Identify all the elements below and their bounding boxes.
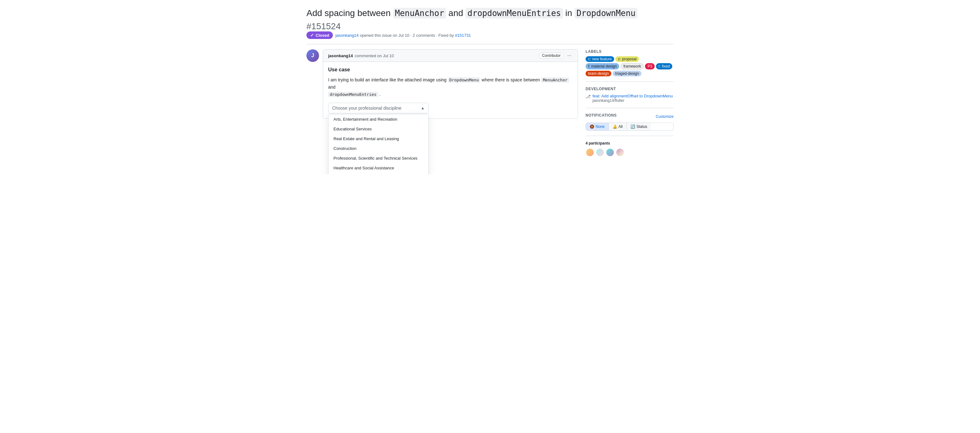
sidebar-labels-section: Labels c: new feature c: proposal f: mat… bbox=[585, 49, 673, 82]
clock-icon: 🔄 bbox=[630, 124, 635, 129]
comment-text: I am trying to build an interface like t… bbox=[328, 76, 573, 98]
sidebar-notifications-section: Notifications Customize 🔕 None 🔔 All 🔄 S… bbox=[585, 113, 673, 136]
comment-card: jasonkang14 commented on Jul 10 Contribu… bbox=[323, 49, 578, 119]
status-badge: ✓ Closed bbox=[307, 32, 333, 39]
development-heading: Development bbox=[585, 87, 673, 91]
fix-link[interactable]: #151731 bbox=[455, 33, 471, 38]
body-end: . bbox=[378, 92, 380, 97]
dropdown-item-0[interactable]: Arts, Entertainment and Recreation bbox=[328, 115, 428, 124]
contributor-badge: Contributor bbox=[539, 53, 563, 59]
body-mid: where there is space between bbox=[480, 77, 541, 82]
dropdown-item-6[interactable]: Finance and Insurance bbox=[328, 173, 428, 174]
title-prefix: Add spacing between bbox=[307, 8, 393, 18]
use-case-heading: Use case bbox=[328, 67, 573, 73]
dropdown-list: Arts, Entertainment and Recreation Educa… bbox=[328, 114, 429, 174]
chevron-up-icon: ▲ bbox=[421, 106, 425, 110]
comment-section: J jasonkang14 commented on Jul 10 Contri… bbox=[307, 49, 578, 119]
notifications-heading: Notifications bbox=[585, 113, 617, 118]
code3: dropdownMenuEntries bbox=[328, 92, 378, 97]
dev-link-content: feat: Add alignmentOffset to DropdownMen… bbox=[592, 94, 673, 103]
label-framework[interactable]: framework bbox=[620, 63, 644, 70]
label-fixed[interactable]: r: fixed bbox=[656, 63, 672, 70]
dropdown-wrapper: Choose your professional discipline ▲ Ar… bbox=[328, 103, 429, 113]
comment-date: commented on Jul 10 bbox=[355, 53, 394, 58]
notif-buttons: 🔕 None 🔔 All 🔄 Status bbox=[585, 123, 673, 131]
comment-header-right: Contributor ··· bbox=[539, 52, 573, 59]
bell-mute-icon: 🔕 bbox=[590, 124, 594, 129]
comments-text: · 2 comments · Fixed by bbox=[410, 33, 454, 38]
dev-sub-text: jasonkang14/flutter bbox=[592, 98, 673, 103]
notif-none-button[interactable]: 🔕 None bbox=[586, 123, 609, 131]
status-label: Closed bbox=[315, 33, 329, 38]
notif-all-button[interactable]: 🔔 All bbox=[609, 123, 627, 131]
dropdown-trigger[interactable]: Choose your professional discipline ▲ bbox=[328, 103, 429, 113]
participant-avatar-2[interactable] bbox=[596, 148, 605, 157]
title-suffix: in bbox=[563, 8, 574, 18]
labels-row: c: new feature c: proposal f: material d… bbox=[585, 56, 673, 76]
sidebar-participants-section: 4 participants bbox=[585, 141, 673, 162]
more-options-button[interactable]: ··· bbox=[566, 52, 573, 59]
dropdown-item-5[interactable]: Healthcare and Social Assistance bbox=[328, 163, 428, 173]
code1: DropdownMenu bbox=[448, 77, 480, 83]
participant-avatar-1[interactable] bbox=[585, 148, 594, 157]
comment-author-info: jasonkang14 commented on Jul 10 bbox=[328, 53, 394, 58]
label-team-design[interactable]: team-design bbox=[585, 71, 611, 76]
participant-avatar-4[interactable] bbox=[616, 148, 625, 157]
dropdown-item-4[interactable]: Professional, Scientific and Technical S… bbox=[328, 153, 428, 163]
title-code3: DropdownMenu bbox=[574, 8, 637, 19]
comment-header: jasonkang14 commented on Jul 10 Contribu… bbox=[323, 49, 578, 62]
code2: MenuAnchor bbox=[541, 77, 569, 83]
dropdown-item-2[interactable]: Real Estate and Rental and Leasing bbox=[328, 134, 428, 143]
main-layout: J jasonkang14 commented on Jul 10 Contri… bbox=[307, 49, 673, 167]
notifications-row: Notifications Customize bbox=[585, 113, 673, 120]
title-code1: MenuAnchor bbox=[393, 8, 446, 19]
issue-number: #151524 bbox=[307, 21, 673, 32]
participants-count: 4 participants bbox=[585, 141, 673, 145]
sidebar-development-section: Development ⎇ feat: Add alignmentOffset … bbox=[585, 87, 673, 108]
body-suffix: and bbox=[328, 84, 336, 89]
labels-heading: Labels bbox=[585, 49, 673, 54]
label-triaged-design[interactable]: triaged-design bbox=[612, 71, 641, 76]
notif-status-button[interactable]: 🔄 Status bbox=[627, 123, 651, 131]
notif-none-label: None bbox=[596, 124, 605, 129]
title-mid: and bbox=[446, 8, 466, 18]
author-link[interactable]: jasonkang14 bbox=[336, 33, 359, 38]
sidebar: Labels c: new feature c: proposal f: mat… bbox=[585, 49, 673, 167]
label-new-feature[interactable]: c: new feature bbox=[585, 56, 614, 62]
comment-body: Use case I am trying to build an interfa… bbox=[323, 62, 578, 118]
notif-all-label: All bbox=[619, 124, 623, 129]
check-icon: ✓ bbox=[310, 33, 314, 38]
label-p3[interactable]: P3 bbox=[645, 63, 655, 70]
action-text: opened this issue on Jul 10 bbox=[360, 33, 410, 38]
dev-link[interactable]: ⎇ feat: Add alignmentOffset to DropdownM… bbox=[585, 94, 673, 103]
participant-avatar-3[interactable] bbox=[606, 148, 614, 157]
dropdown-item-1[interactable]: Educational Services bbox=[328, 124, 428, 134]
label-material-design[interactable]: f: material design bbox=[585, 63, 619, 70]
issue-title: Add spacing between MenuAnchor and dropd… bbox=[307, 8, 673, 32]
bell-icon: 🔔 bbox=[612, 124, 617, 129]
dropdown-placeholder: Choose your professional discipline bbox=[332, 105, 401, 111]
comment-author-name[interactable]: jasonkang14 bbox=[328, 53, 353, 58]
avatar: J bbox=[307, 49, 319, 62]
comment-wrapper: J jasonkang14 commented on Jul 10 Contri… bbox=[307, 49, 578, 119]
avatar-image: J bbox=[307, 49, 319, 62]
notif-status-label: Status bbox=[636, 124, 647, 129]
customize-link[interactable]: Customize bbox=[655, 115, 673, 119]
issue-meta-text: jasonkang14 opened this issue on Jul 10 … bbox=[336, 33, 471, 38]
dropdown-item-3[interactable]: Construction bbox=[328, 143, 428, 153]
branch-icon: ⎇ bbox=[585, 94, 590, 99]
title-code2: dropdownMenuEntries bbox=[466, 8, 563, 19]
issue-meta-row: ✓ Closed jasonkang14 opened this issue o… bbox=[307, 32, 673, 39]
participants-row bbox=[585, 148, 673, 157]
dev-link-text: feat: Add alignmentOffset to DropdownMen… bbox=[592, 94, 673, 98]
label-proposal[interactable]: c: proposal bbox=[616, 56, 639, 62]
body-prefix: I am trying to build an interface like t… bbox=[328, 77, 448, 82]
